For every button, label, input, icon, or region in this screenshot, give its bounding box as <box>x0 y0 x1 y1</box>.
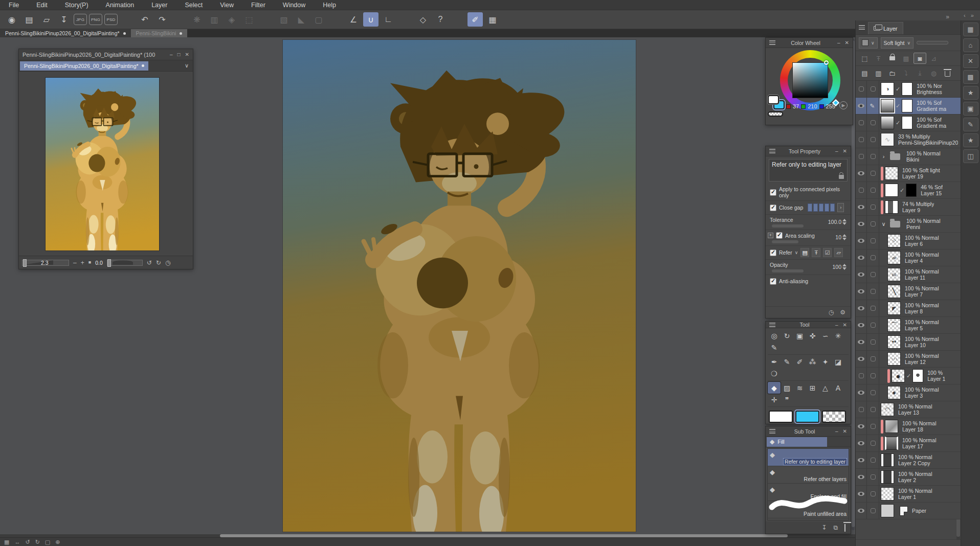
menu-item[interactable]: Edit <box>28 2 56 9</box>
layer-mask-icon[interactable]: ◍ <box>927 67 940 79</box>
apply-connected-checkbox[interactable] <box>770 189 776 196</box>
expand-icon[interactable]: + <box>768 233 773 238</box>
layer-visibility-toggle[interactable] <box>856 182 867 198</box>
minimize-icon[interactable]: – <box>835 428 838 434</box>
close-gap-level[interactable] <box>808 203 835 212</box>
fit-screen-icon[interactable]: ▢ <box>45 539 50 545</box>
layer-thumbnail[interactable] <box>881 116 894 129</box>
minimize-icon[interactable]: – <box>835 148 838 154</box>
layer-row[interactable]: ✎ ✓ ✓ 100 % Normal Lay <box>856 401 961 418</box>
export-jpg-icon[interactable]: JPG <box>74 14 87 25</box>
opacity-value[interactable]: 100 <box>832 264 841 270</box>
layer-edit-cell[interactable]: ✎ ✓ <box>867 334 879 350</box>
rotate-right-button[interactable]: ↻ <box>156 260 161 266</box>
layer-edit-cell[interactable]: ✎ ✓ <box>867 469 879 485</box>
refer-all-layers-icon[interactable]: ▤ <box>800 248 809 257</box>
close-icon[interactable]: ✕ <box>845 40 849 46</box>
pencil-tool-icon[interactable]: ✎ <box>781 356 793 368</box>
reference-layer-icon[interactable]: Ŧ <box>872 53 885 64</box>
panel-menu-icon[interactable] <box>859 25 865 30</box>
main-color-swatch[interactable] <box>768 95 779 104</box>
new-raster-layer-icon[interactable]: ▤ <box>858 67 871 79</box>
layer-thumbnail[interactable] <box>887 318 901 332</box>
tool-settings-icon[interactable]: ⚙ <box>840 309 845 316</box>
material-star-icon[interactable]: ★ <box>963 133 978 147</box>
layer-visibility-toggle[interactable] <box>856 401 867 418</box>
maximize-icon[interactable]: □ <box>177 52 181 57</box>
select-area-icon[interactable]: ▧ <box>276 12 292 27</box>
layer-mask-thumbnail[interactable] <box>902 99 912 112</box>
layer-row[interactable]: ✎ ✓ ✓ 100 % Normal Lay <box>856 300 961 317</box>
separator[interactable] <box>450 12 465 27</box>
dock-collapse-controls[interactable]: ‹ » <box>964 12 974 18</box>
floating-window-titlebar[interactable]: Penni-SlingBikiniPinup2026_00_DigitalPai… <box>19 49 193 60</box>
area-scaling-checkbox[interactable] <box>776 232 783 239</box>
layer-row[interactable]: ✎ ✓ ✓ 100 % Sof Gradie <box>856 115 961 131</box>
layer-row[interactable]: ✎ ✓ ✓ 100 % Normal Lay <box>856 249 961 266</box>
shrink-selection-icon[interactable]: ◣ <box>294 12 309 27</box>
layer-edit-cell[interactable]: ✎ ✓ <box>867 199 879 215</box>
zoom-icon[interactable]: ⊕ <box>55 539 60 545</box>
layer-edit-cell[interactable]: ✎ ✓ <box>867 81 879 97</box>
minimize-icon[interactable]: – <box>170 52 173 57</box>
layer-visibility-toggle[interactable] <box>856 486 867 502</box>
balloon-tool-icon[interactable]: ❞ <box>781 394 793 405</box>
main-color-swatch[interactable] <box>769 411 793 423</box>
layer-mask-thumbnail[interactable] <box>906 184 917 197</box>
material-favorites-icon[interactable]: ★ <box>963 86 978 100</box>
layer-row[interactable]: ✎ ✓ ∨ ✓ 100 % Normal Pe <box>856 216 961 233</box>
layer-thumbnail[interactable] <box>881 504 894 517</box>
subtool-item[interactable]: ◆ Refer other layers <box>768 466 849 484</box>
menu-item[interactable]: Help <box>314 2 345 9</box>
pen-tool-icon[interactable]: ✒ <box>768 356 781 368</box>
layer-row[interactable]: ✎ ✓ ✓ 100 % Layer 1 <box>856 368 961 384</box>
tolerance-value[interactable]: 100.0 <box>828 219 841 225</box>
layer-visibility-toggle[interactable] <box>856 317 867 333</box>
separator[interactable] <box>328 12 344 27</box>
layer-panel-tab[interactable]: Layer <box>868 22 903 34</box>
grid-icon[interactable]: ▦ <box>4 539 9 545</box>
menu-item[interactable]: Filter <box>242 2 274 9</box>
timeline-grid-icon[interactable]: ▦ <box>485 12 500 27</box>
eraser-tool-icon[interactable]: ◪ <box>832 356 844 368</box>
close-icon[interactable]: ✕ <box>843 322 847 328</box>
transparent-color-swatch[interactable] <box>768 111 783 117</box>
separator[interactable] <box>398 12 413 27</box>
transfer-down-icon[interactable]: ⤵ <box>900 67 912 79</box>
material-3d-icon[interactable]: ◫ <box>963 149 978 163</box>
layer-row[interactable]: ✎ ✓ ✓ 100 % Normal Lay <box>856 266 961 283</box>
menu-item[interactable]: Story(P) <box>56 2 97 9</box>
floating-doc-tab[interactable]: Penni-SlingBikiniPinup2026_00_DigitalPai… <box>20 61 148 71</box>
airbrush-tool-icon[interactable]: ⁂ <box>806 356 819 368</box>
layer-edit-cell[interactable]: ✎ ✓ <box>867 165 879 181</box>
layer-edit-cell[interactable]: ✎ ✓ <box>867 249 879 266</box>
layer-edit-cell[interactable]: ✎ ✓ <box>867 300 879 316</box>
layer-thumbnail[interactable] <box>885 420 898 433</box>
close-icon[interactable]: ✕ <box>185 52 189 57</box>
export-png-icon[interactable]: PNG <box>89 14 102 25</box>
subtool-item[interactable]: ◆ Paint unfilled area <box>768 501 849 518</box>
layer-mask-thumbnail[interactable] <box>902 82 912 96</box>
frame-border-tool-icon[interactable]: ⊞ <box>806 382 819 394</box>
blend-tool-icon[interactable]: ❍ <box>768 368 781 379</box>
layer-visibility-toggle[interactable] <box>856 503 867 519</box>
layer-row[interactable]: ✎ ✓ ✓ 100 % Normal Lay <box>856 452 961 469</box>
layer-edit-cell[interactable]: ✎ ✓ <box>867 368 879 384</box>
layer-thumbnail[interactable] <box>881 453 894 467</box>
layer-thumbnail[interactable] <box>885 200 898 214</box>
layer-visibility-toggle[interactable] <box>856 351 867 367</box>
pen-tool-icon[interactable]: ✐ <box>467 12 483 27</box>
figure-tool-icon[interactable]: △ <box>819 382 832 394</box>
separator[interactable] <box>120 12 135 27</box>
area-scaling-slider[interactable] <box>772 240 798 243</box>
layer-thumbnail[interactable] <box>881 470 894 484</box>
layer-thumbnail[interactable] <box>887 335 901 349</box>
refer-folder-icon[interactable]: ▱ <box>834 248 843 257</box>
layer-row[interactable]: ✎ ✓ ✓ 33 % Multiply Pe <box>856 131 961 148</box>
layer-row[interactable]: ✎ ✓ ✓ 100 % Normal Lay <box>856 334 961 351</box>
layer-thumbnail[interactable] <box>881 133 894 146</box>
saturation-value-square[interactable] <box>792 62 828 98</box>
layer-edit-cell[interactable]: ✎ ✓ <box>867 115 879 131</box>
delete-layer-icon[interactable] <box>941 67 954 79</box>
menu-item[interactable]: Layer <box>143 2 176 9</box>
